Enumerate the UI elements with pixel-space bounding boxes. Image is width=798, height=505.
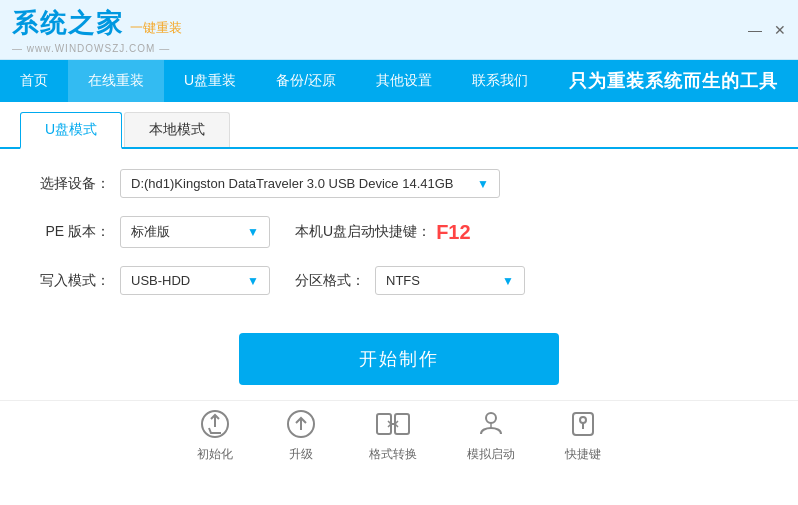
pe-select[interactable]: 标准版 ▼ xyxy=(120,216,270,248)
write-select[interactable]: USB-HDD ▼ xyxy=(120,266,270,295)
nav-slogan: 只为重装系统而生的工具 xyxy=(569,69,798,93)
simulate-label: 模拟启动 xyxy=(467,446,515,463)
svg-point-7 xyxy=(486,413,496,423)
tab-local-mode[interactable]: 本地模式 xyxy=(124,112,230,147)
icon-upgrade[interactable]: 升级 xyxy=(283,406,319,463)
format-label: 格式转换 xyxy=(369,446,417,463)
upgrade-label: 升级 xyxy=(289,446,313,463)
app-url: — www.WINDOWSZJ.COM — xyxy=(12,43,182,54)
shortcut-label: 本机U盘启动快捷键： xyxy=(295,223,431,241)
write-label: 写入模式： xyxy=(40,272,110,290)
pe-version-row: PE 版本： 标准版 ▼ 本机U盘启动快捷键： F12 xyxy=(40,216,758,248)
pe-label: PE 版本： xyxy=(40,223,110,241)
shortcut-label-text: 快捷键 xyxy=(565,446,601,463)
device-label: 选择设备： xyxy=(40,175,110,193)
partition-label: 分区格式： xyxy=(295,272,365,290)
start-button-container: 开始制作 xyxy=(0,333,798,385)
minimize-button[interactable]: — xyxy=(748,22,762,38)
app-name: 系统之家 xyxy=(12,6,124,41)
device-select[interactable]: D:(hd1)Kingston DataTraveler 3.0 USB Dev… xyxy=(120,169,500,198)
icon-init[interactable]: 初始化 xyxy=(197,406,233,463)
pe-arrow-icon: ▼ xyxy=(247,225,259,239)
window-controls: — ✕ xyxy=(748,22,786,38)
bottom-icons: 初始化 升级 格式转换 xyxy=(0,400,798,468)
title-bar: 系统之家 一键重装 — www.WINDOWSZJ.COM — — ✕ xyxy=(0,0,798,60)
partition-arrow-icon: ▼ xyxy=(502,274,514,288)
start-button[interactable]: 开始制作 xyxy=(239,333,559,385)
svg-rect-5 xyxy=(395,414,409,434)
nav-item-online[interactable]: 在线重装 xyxy=(68,60,164,102)
device-row: 选择设备： D:(hd1)Kingston DataTraveler 3.0 U… xyxy=(40,169,758,198)
simulate-icon xyxy=(473,406,509,442)
init-icon xyxy=(197,406,233,442)
svg-rect-4 xyxy=(377,414,391,434)
icon-format[interactable]: 格式转换 xyxy=(369,406,417,463)
init-label: 初始化 xyxy=(197,446,233,463)
shortcut-icon xyxy=(565,406,601,442)
icon-simulate[interactable]: 模拟启动 xyxy=(467,406,515,463)
main-content: U盘模式 本地模式 选择设备： D:(hd1)Kingston DataTrav… xyxy=(0,102,798,505)
nav-item-home[interactable]: 首页 xyxy=(0,60,68,102)
nav-item-settings[interactable]: 其他设置 xyxy=(356,60,452,102)
pe-value: 标准版 xyxy=(131,223,170,241)
nav-item-usb[interactable]: U盘重装 xyxy=(164,60,256,102)
tab-bar: U盘模式 本地模式 xyxy=(0,102,798,149)
partition-select[interactable]: NTFS ▼ xyxy=(375,266,525,295)
write-arrow-icon: ▼ xyxy=(247,274,259,288)
format-icon xyxy=(375,406,411,442)
partition-value: NTFS xyxy=(386,273,420,288)
device-arrow-icon: ▼ xyxy=(477,177,489,191)
write-value: USB-HDD xyxy=(131,273,190,288)
write-mode-row: 写入模式： USB-HDD ▼ 分区格式： NTFS ▼ xyxy=(40,266,758,295)
app-tagline: 一键重装 xyxy=(130,19,182,37)
device-value: D:(hd1)Kingston DataTraveler 3.0 USB Dev… xyxy=(131,176,454,191)
icon-shortcut[interactable]: 快捷键 xyxy=(565,406,601,463)
tab-usb-mode[interactable]: U盘模式 xyxy=(20,112,122,149)
upgrade-icon xyxy=(283,406,319,442)
nav-item-contact[interactable]: 联系我们 xyxy=(452,60,548,102)
shortcut-key: F12 xyxy=(436,221,470,244)
nav-item-backup[interactable]: 备份/还原 xyxy=(256,60,356,102)
close-button[interactable]: ✕ xyxy=(774,22,786,38)
svg-point-10 xyxy=(580,417,586,423)
nav-bar: 首页 在线重装 U盘重装 备份/还原 其他设置 联系我们 只为重装系统而生的工具 xyxy=(0,60,798,102)
app-logo: 系统之家 一键重装 — www.WINDOWSZJ.COM — xyxy=(12,6,182,54)
form-area: 选择设备： D:(hd1)Kingston DataTraveler 3.0 U… xyxy=(0,149,798,323)
